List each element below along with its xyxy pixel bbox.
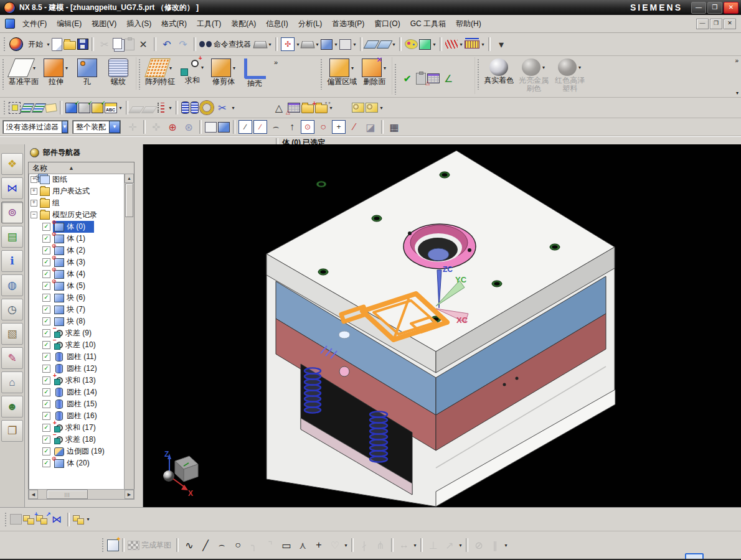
start-button[interactable]: 开始 bbox=[28, 39, 43, 50]
circle-set-folder-icon[interactable] bbox=[315, 105, 328, 113]
mdi-restore-button[interactable]: ❐ bbox=[710, 19, 722, 29]
shaded-view-dropdown[interactable]: ▾ bbox=[333, 42, 339, 47]
overflow-chevron-2[interactable]: » bbox=[735, 57, 739, 64]
tree-item-1[interactable]: ✓体 (1) bbox=[29, 233, 125, 245]
checkbox-checked-icon[interactable]: ✓ bbox=[42, 365, 50, 373]
pattern-component-icon[interactable] bbox=[73, 515, 85, 525]
tree-item-7[interactable]: ✓块 (7) bbox=[29, 304, 125, 315]
tree-item-row[interactable]: 圆柱 (11) bbox=[53, 351, 105, 363]
wave-link-b-dropdown[interactable]: ▾ bbox=[379, 105, 384, 111]
mdi-close-button[interactable]: ✕ bbox=[724, 19, 736, 29]
wave-link-a-icon[interactable] bbox=[352, 103, 364, 113]
menu-item-3[interactable]: 插入(S) bbox=[121, 16, 156, 32]
show-body-blue-icon[interactable] bbox=[218, 122, 230, 133]
vertical-scrollbar[interactable]: ▲ bbox=[124, 174, 134, 489]
view-orient-icon[interactable] bbox=[419, 39, 431, 50]
tree-item-6[interactable]: ✓块 (6) bbox=[29, 292, 125, 304]
sort-ascending-icon[interactable]: ▲ bbox=[68, 165, 74, 171]
menu-item-0[interactable]: 文件(F) bbox=[17, 16, 52, 32]
snap-intersection-icon[interactable]: + bbox=[332, 120, 346, 134]
tree-root-1[interactable]: +用户表达式 bbox=[29, 185, 125, 197]
tree-item-20[interactable]: ✓体 (20) bbox=[29, 457, 125, 469]
measure-icon[interactable] bbox=[465, 40, 479, 49]
true-shading-button[interactable]: 真实着色 bbox=[483, 58, 515, 85]
profile-icon[interactable]: ∿ bbox=[182, 538, 197, 553]
pattern-component-dropdown[interactable]: ▾ bbox=[85, 516, 91, 522]
coil-spring-icon[interactable] bbox=[191, 101, 199, 114]
menu-item-5[interactable]: 工具(T) bbox=[192, 16, 226, 32]
resource-tab-web-browser[interactable]: ◍ bbox=[1, 274, 23, 296]
checkbox-checked-icon[interactable]: ✓ bbox=[42, 258, 50, 266]
feature-check-icon[interactable]: ✔ bbox=[400, 71, 415, 86]
expand-toggle-icon[interactable]: − bbox=[31, 212, 37, 218]
tree-item-row[interactable]: −求差 (10) bbox=[53, 339, 105, 351]
close-button[interactable]: ✕ bbox=[724, 2, 739, 14]
body-check-icon[interactable]: ✓ bbox=[92, 103, 103, 113]
expand-toggle-icon[interactable]: + bbox=[31, 188, 37, 195]
tree-root-0[interactable]: +图纸 bbox=[29, 174, 125, 185]
tree-root-3[interactable]: −模型历史记录 bbox=[29, 209, 125, 221]
horizontal-scroll-thumb[interactable]: ||| bbox=[47, 490, 88, 499]
snap-point-on-curve-icon[interactable]: ∕ bbox=[347, 119, 362, 134]
tree-item-row[interactable]: −求差 (9) bbox=[53, 327, 100, 339]
graphics-viewport[interactable]: ZC YC XC Z X bbox=[143, 144, 741, 507]
horizontal-scrollbar[interactable]: ◀ ||| ▶ bbox=[28, 489, 135, 500]
snap-quadrant-icon[interactable]: ○ bbox=[316, 119, 331, 134]
thread-icon[interactable] bbox=[108, 58, 128, 77]
label-abc-dropdown[interactable]: ▾ bbox=[118, 105, 123, 111]
checkbox-checked-icon[interactable]: ✓ bbox=[42, 306, 50, 314]
wireframe-view-icon[interactable] bbox=[339, 39, 351, 50]
tree-item-19[interactable]: ✓边倒圆 (19) bbox=[29, 446, 125, 457]
new-file-icon[interactable] bbox=[52, 38, 62, 51]
menu-item-12[interactable]: 帮助(H) bbox=[451, 16, 486, 32]
checkbox-checked-icon[interactable]: ✓ bbox=[42, 424, 50, 432]
thread-button[interactable]: 螺纹 bbox=[103, 58, 133, 86]
toolbar-options-standard-icon[interactable]: ▾ bbox=[494, 37, 509, 52]
display-constraints-dropdown[interactable]: ▾ bbox=[503, 543, 509, 548]
resource-tab-hd3d-tools[interactable]: ℹ bbox=[1, 250, 23, 272]
display-mode-icon[interactable] bbox=[300, 41, 314, 49]
tree-item-18[interactable]: ✓−求差 (18) bbox=[29, 434, 125, 446]
fit-view-icon[interactable]: ✣ bbox=[281, 37, 295, 51]
shaded-view-icon[interactable] bbox=[321, 39, 333, 50]
clip-section-2-dropdown[interactable]: ▾ bbox=[391, 42, 397, 47]
tree-item-row[interactable]: 圆柱 (14) bbox=[53, 386, 106, 398]
view-orient-dropdown[interactable]: ▾ bbox=[432, 42, 437, 47]
minimize-button[interactable]: — bbox=[691, 2, 706, 14]
selection-scope-dropdown[interactable]: 整个装配 ▼ bbox=[72, 120, 121, 134]
scroll-right-icon[interactable]: ▶ bbox=[125, 490, 134, 499]
trim-body-button[interactable]: ▾修剪体 bbox=[209, 58, 238, 86]
tree-item-row[interactable]: −求差 (18) bbox=[53, 434, 105, 446]
tree-item-4[interactable]: ✓体 (4) bbox=[29, 268, 125, 280]
copy-icon[interactable] bbox=[113, 38, 122, 49]
hole-icon[interactable] bbox=[77, 58, 97, 77]
feature-triad-icon[interactable]: ∠ bbox=[441, 71, 456, 86]
toolbar-grip[interactable] bbox=[3, 100, 6, 115]
select-frame-icon[interactable] bbox=[9, 102, 21, 114]
checkbox-checked-icon[interactable]: ✓ bbox=[42, 294, 50, 302]
snap-point-on-face-icon[interactable]: ◪ bbox=[363, 119, 378, 134]
washer-coil-icon[interactable] bbox=[200, 101, 214, 114]
tree-item-10[interactable]: ✓−求差 (10) bbox=[29, 339, 125, 351]
delete-face-icon[interactable] bbox=[362, 58, 382, 77]
tree-item-row[interactable]: 体 (3) bbox=[53, 256, 94, 268]
snap-hammer-icon[interactable]: ⊛ bbox=[181, 119, 196, 134]
snap-arc-icon[interactable]: ⌢ bbox=[268, 119, 283, 134]
step-navigator-icon[interactable] bbox=[158, 103, 167, 113]
menu-item-11[interactable]: GC 工具箱 bbox=[405, 16, 451, 32]
snap-pole-icon[interactable]: ↑ bbox=[285, 119, 300, 134]
tree-item-row[interactable]: 体 (20) bbox=[53, 457, 98, 469]
tree-item-13[interactable]: ✓+求和 (13) bbox=[29, 375, 125, 386]
tree-item-15[interactable]: ✓圆柱 (15) bbox=[29, 398, 125, 410]
pattern-feature-button[interactable]: ▾阵列特征 bbox=[144, 58, 176, 86]
step-navigator-dropdown[interactable]: ▾ bbox=[168, 105, 173, 111]
datum-plane-icon[interactable] bbox=[7, 58, 34, 77]
resource-tab-roles[interactable]: ☻ bbox=[1, 396, 23, 418]
bright-metal-brush-dropdown[interactable]: ▾ bbox=[541, 65, 547, 70]
checkbox-checked-icon[interactable]: ✓ bbox=[42, 388, 50, 396]
tree-item-2[interactable]: ✓体 (2) bbox=[29, 245, 125, 256]
toolbar-grip[interactable] bbox=[3, 37, 6, 52]
tree-item-row[interactable]: 圆柱 (12) bbox=[53, 363, 106, 375]
annotation-note-icon[interactable] bbox=[45, 103, 57, 112]
arc-icon[interactable]: ⌢ bbox=[214, 538, 229, 553]
